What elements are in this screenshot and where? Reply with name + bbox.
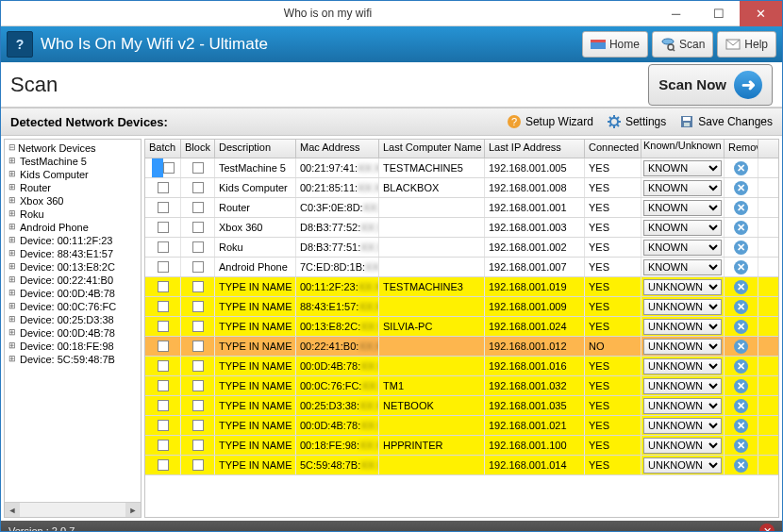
block-checkbox[interactable] (192, 241, 204, 253)
batch-checkbox[interactable] (158, 459, 169, 471)
tree-item[interactable]: Device: 00:22:41:B0 (8, 274, 139, 287)
block-checkbox[interactable] (192, 420, 204, 431)
cell-description[interactable]: TestMachine 5 (215, 158, 296, 177)
batch-checkbox[interactable] (158, 360, 169, 372)
table-row[interactable]: TYPE IN NAME00:22:41:B0:XX:XX192.168.001… (145, 337, 778, 357)
block-checkbox[interactable] (192, 261, 204, 273)
known-select[interactable]: KNOWNUNKNOWN (643, 180, 722, 196)
known-select[interactable]: KNOWNUNKNOWN (643, 160, 722, 176)
tree-root[interactable]: Network Devices (8, 141, 139, 155)
col-connected[interactable]: Connected (585, 140, 641, 158)
known-select[interactable]: KNOWNUNKNOWN (643, 378, 722, 394)
cell-description[interactable]: TYPE IN NAME (215, 337, 296, 356)
col-known[interactable]: Known/Unknown (641, 140, 725, 158)
tree-item[interactable]: Android Phone (8, 221, 139, 234)
cell-description[interactable]: Roku (215, 238, 296, 257)
table-row[interactable]: TYPE IN NAME00:25:D3:38:XX:XXNETBOOK192.… (145, 396, 778, 416)
batch-checkbox[interactable] (158, 182, 169, 193)
tree-item[interactable]: Router (8, 181, 139, 194)
col-description[interactable]: Description (215, 140, 296, 158)
batch-checkbox[interactable] (158, 440, 169, 451)
tree-item[interactable]: Device: 88:43:E1:57 (8, 247, 139, 260)
batch-checkbox[interactable] (158, 380, 169, 391)
known-select[interactable]: KNOWNUNKNOWN (643, 279, 722, 295)
table-row[interactable]: Kids Computer00:21:85:11:XX:XXBLACKBOX19… (145, 178, 778, 198)
cell-description[interactable]: TYPE IN NAME (215, 456, 296, 474)
remove-icon[interactable]: ✕ (734, 340, 748, 354)
batch-checkbox[interactable] (158, 241, 169, 253)
known-select[interactable]: KNOWNUNKNOWN (643, 398, 722, 414)
known-select[interactable]: KNOWNUNKNOWN (643, 418, 722, 434)
remove-icon[interactable]: ✕ (734, 320, 748, 334)
batch-checkbox[interactable] (158, 281, 169, 292)
tree-item[interactable]: Device: 00:0D:4B:78 (8, 287, 139, 300)
batch-checkbox[interactable] (158, 261, 169, 273)
table-row[interactable]: TYPE IN NAME00:13:E8:2C:XX:XXSILVIA-PC19… (145, 317, 778, 337)
batch-checkbox[interactable] (163, 162, 175, 174)
known-select[interactable]: KNOWNUNKNOWN (643, 200, 722, 216)
tree-item[interactable]: Device: 00:25:D3:38 (8, 313, 139, 326)
scan-now-button[interactable]: Scan Now ➜ (648, 64, 773, 106)
tree-item[interactable]: Device: 00:18:FE:98 (8, 340, 139, 353)
tree-item[interactable]: Roku (8, 208, 139, 221)
block-checkbox[interactable] (192, 440, 204, 451)
batch-checkbox[interactable] (158, 301, 169, 312)
settings-button[interactable]: Settings (607, 114, 666, 129)
cell-description[interactable]: TYPE IN NAME (215, 317, 296, 336)
batch-checkbox[interactable] (158, 222, 169, 233)
block-checkbox[interactable] (192, 281, 204, 292)
footer-close-button[interactable]: ✕ (759, 524, 775, 532)
block-checkbox[interactable] (192, 162, 204, 174)
batch-checkbox[interactable] (158, 420, 169, 431)
cell-description[interactable]: Kids Computer (215, 178, 296, 197)
cell-description[interactable]: TYPE IN NAME (215, 396, 296, 415)
batch-checkbox[interactable] (158, 341, 169, 352)
maximize-button[interactable]: ☐ (697, 1, 740, 26)
table-row[interactable]: TYPE IN NAME00:0C:76:FC:XX:XXTM1192.168.… (145, 376, 778, 396)
remove-icon[interactable]: ✕ (734, 260, 748, 274)
cell-description[interactable]: Xbox 360 (215, 218, 296, 237)
table-row[interactable]: Android Phone7C:ED:8D:1B:XX:XX192.168.00… (145, 258, 778, 277)
known-select[interactable]: KNOWNUNKNOWN (643, 457, 722, 474)
cell-description[interactable]: TYPE IN NAME (215, 297, 296, 316)
tree-item[interactable]: Kids Computer (8, 168, 139, 181)
tree-item[interactable]: Device: 00:13:E8:2C (8, 260, 139, 274)
tree-item[interactable]: Device: 00:0C:76:FC (8, 300, 139, 313)
remove-icon[interactable]: ✕ (734, 161, 748, 175)
tree-item[interactable]: Device: 00:0D:4B:78 (8, 326, 139, 340)
block-checkbox[interactable] (192, 202, 204, 213)
minimize-button[interactable]: ─ (655, 1, 697, 26)
remove-icon[interactable]: ✕ (734, 181, 748, 195)
tree-item[interactable]: Device: 00:11:2F:23 (8, 234, 139, 247)
block-checkbox[interactable] (192, 360, 204, 372)
known-select[interactable]: KNOWNUNKNOWN (643, 339, 722, 355)
known-select[interactable]: KNOWNUNKNOWN (643, 438, 722, 454)
known-select[interactable]: KNOWNUNKNOWN (643, 299, 722, 315)
tree-item[interactable]: TestMachine 5 (8, 155, 139, 168)
device-tree[interactable]: Network Devices TestMachine 5Kids Comput… (4, 139, 142, 518)
block-checkbox[interactable] (192, 182, 204, 193)
remove-icon[interactable]: ✕ (734, 201, 748, 215)
cell-description[interactable]: TYPE IN NAME (215, 357, 296, 375)
col-block[interactable]: Block (181, 140, 215, 158)
known-select[interactable]: KNOWNUNKNOWN (643, 240, 722, 256)
table-row[interactable]: TYPE IN NAME00:11:2F:23:XX:XXTESTMACHINE… (145, 277, 778, 297)
cell-description[interactable]: Router (215, 198, 296, 217)
scroll-left-icon[interactable]: ◄ (5, 503, 20, 518)
remove-icon[interactable]: ✕ (734, 359, 748, 374)
cell-description[interactable]: TYPE IN NAME (215, 436, 296, 455)
col-remove[interactable]: Remove (725, 140, 758, 158)
block-checkbox[interactable] (192, 222, 204, 233)
scroll-right-icon[interactable]: ► (125, 503, 141, 518)
known-select[interactable]: KNOWNUNKNOWN (643, 319, 722, 335)
nav-home-button[interactable]: Home (582, 31, 648, 58)
block-checkbox[interactable] (192, 301, 204, 312)
save-changes-button[interactable]: Save Changes (679, 114, 773, 129)
remove-icon[interactable]: ✕ (734, 419, 748, 433)
remove-icon[interactable]: ✕ (734, 300, 748, 314)
known-select[interactable]: KNOWNUNKNOWN (643, 220, 722, 236)
known-select[interactable]: KNOWNUNKNOWN (643, 259, 722, 275)
close-button[interactable]: ✕ (740, 1, 782, 26)
col-last-name[interactable]: Last Computer Name (379, 140, 485, 158)
remove-icon[interactable]: ✕ (734, 379, 748, 393)
